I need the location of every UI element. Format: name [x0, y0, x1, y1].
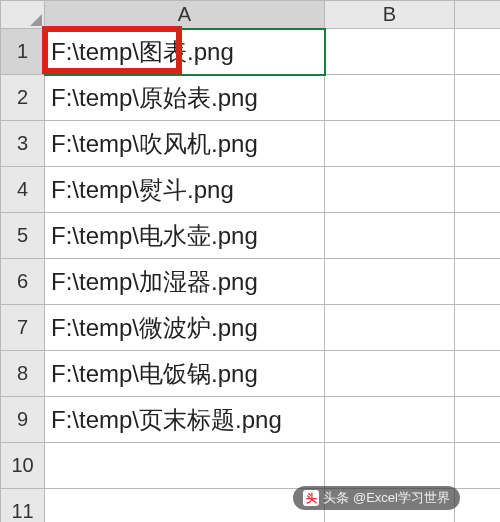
table-row: 8 F:\temp\电饭锅.png — [1, 351, 501, 397]
row-header-11[interactable]: 11 — [1, 489, 45, 523]
watermark: 头 头条 @Excel学习世界 — [293, 486, 460, 510]
cell-b9[interactable] — [325, 397, 455, 443]
cell-a8[interactable]: F:\temp\电饭锅.png — [45, 351, 325, 397]
watermark-icon: 头 — [303, 490, 319, 506]
cell-c11[interactable] — [455, 489, 501, 523]
cell-c9[interactable] — [455, 397, 501, 443]
cell-b6[interactable] — [325, 259, 455, 305]
table-row: 4 F:\temp\熨斗.png — [1, 167, 501, 213]
row-header-9[interactable]: 9 — [1, 397, 45, 443]
cell-a7[interactable]: F:\temp\微波炉.png — [45, 305, 325, 351]
cell-b8[interactable] — [325, 351, 455, 397]
cell-c7[interactable] — [455, 305, 501, 351]
cell-b2[interactable] — [325, 75, 455, 121]
select-all-corner[interactable] — [1, 1, 45, 29]
spreadsheet-grid[interactable]: A B C 1 F:\temp\图表.png 2 F:\temp\原始表.png… — [0, 0, 500, 522]
select-all-icon — [30, 14, 42, 26]
table-row: 5 F:\temp\电水壶.png — [1, 213, 501, 259]
table-row: 9 F:\temp\页末标题.png — [1, 397, 501, 443]
cell-b4[interactable] — [325, 167, 455, 213]
cell-b1[interactable] — [325, 29, 455, 75]
cell-c5[interactable] — [455, 213, 501, 259]
cell-a11[interactable] — [45, 489, 325, 523]
table-row: 10 — [1, 443, 501, 489]
table-row: 3 F:\temp\吹风机.png — [1, 121, 501, 167]
row-header-2[interactable]: 2 — [1, 75, 45, 121]
table-row: 7 F:\temp\微波炉.png — [1, 305, 501, 351]
column-header-a[interactable]: A — [45, 1, 325, 29]
table-row: 1 F:\temp\图表.png — [1, 29, 501, 75]
cell-c8[interactable] — [455, 351, 501, 397]
cell-a3[interactable]: F:\temp\吹风机.png — [45, 121, 325, 167]
cell-c3[interactable] — [455, 121, 501, 167]
cell-b7[interactable] — [325, 305, 455, 351]
row-header-7[interactable]: 7 — [1, 305, 45, 351]
cell-c10[interactable] — [455, 443, 501, 489]
row-header-10[interactable]: 10 — [1, 443, 45, 489]
cell-a2[interactable]: F:\temp\原始表.png — [45, 75, 325, 121]
row-header-1[interactable]: 1 — [1, 29, 45, 75]
cell-c2[interactable] — [455, 75, 501, 121]
cell-a6[interactable]: F:\temp\加湿器.png — [45, 259, 325, 305]
row-header-5[interactable]: 5 — [1, 213, 45, 259]
row-header-4[interactable]: 4 — [1, 167, 45, 213]
cell-a9[interactable]: F:\temp\页末标题.png — [45, 397, 325, 443]
column-header-c[interactable]: C — [455, 1, 501, 29]
row-header-3[interactable]: 3 — [1, 121, 45, 167]
cell-b3[interactable] — [325, 121, 455, 167]
cell-b5[interactable] — [325, 213, 455, 259]
row-header-8[interactable]: 8 — [1, 351, 45, 397]
cell-c4[interactable] — [455, 167, 501, 213]
cell-c1[interactable] — [455, 29, 501, 75]
row-header-6[interactable]: 6 — [1, 259, 45, 305]
cell-a5[interactable]: F:\temp\电水壶.png — [45, 213, 325, 259]
cell-a4[interactable]: F:\temp\熨斗.png — [45, 167, 325, 213]
column-header-b[interactable]: B — [325, 1, 455, 29]
cell-a10[interactable] — [45, 443, 325, 489]
svg-marker-0 — [30, 14, 42, 26]
watermark-text: 头条 @Excel学习世界 — [323, 489, 450, 507]
cell-a1[interactable]: F:\temp\图表.png — [45, 29, 325, 75]
cell-b10[interactable] — [325, 443, 455, 489]
table-row: 6 F:\temp\加湿器.png — [1, 259, 501, 305]
table-row: 2 F:\temp\原始表.png — [1, 75, 501, 121]
cell-c6[interactable] — [455, 259, 501, 305]
